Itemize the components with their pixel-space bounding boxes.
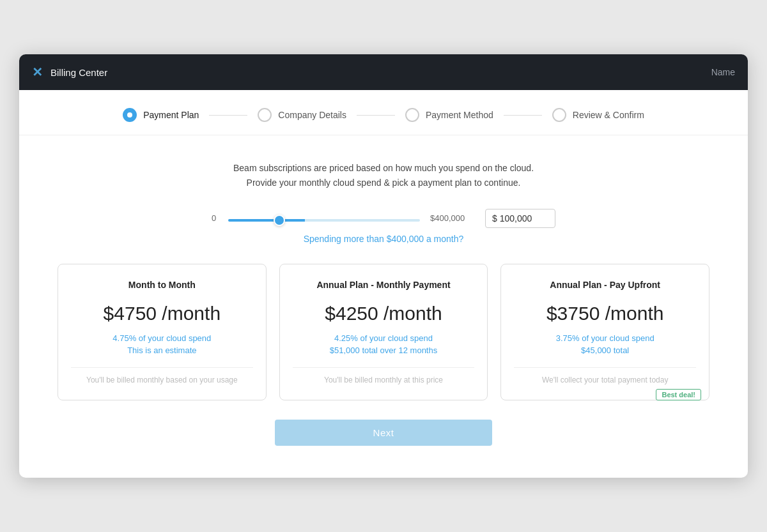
plan-card-month-to-month[interactable]: Month to Month $4750 /month 4.75% of you… [58,264,267,400]
plan-card-annual-monthly[interactable]: Annual Plan - Monthly Payment $4250 /mon… [279,264,488,400]
cloud-spend-input[interactable] [485,209,555,228]
slider-min-label: 0 [212,213,218,223]
plan-subtitle-month-to-month: 4.75% of your cloud spend This is an est… [71,332,253,357]
slider-section: 0 $400,000 [58,209,709,228]
close-icon[interactable]: ✕ [32,65,43,80]
slider-max-label: $400,000 [430,213,475,223]
step-divider-1 [209,115,247,116]
plan-title-month-to-month: Month to Month [71,280,253,290]
next-button[interactable]: Next [275,420,492,446]
plan-divider-annual-monthly [293,367,475,368]
navbar-title: Billing Center [50,67,107,78]
description: Beam subscriptions are priced based on h… [58,161,709,190]
step-label-review-confirm: Review & Confirm [573,110,644,120]
plan-subtitle-line1-month-to-month: 4.75% of your cloud spend [112,333,211,343]
main-content: Beam subscriptions are priced based on h… [19,135,748,478]
plan-note-month-to-month: You'll be billed monthly based on your u… [71,376,253,384]
step-circle-payment-method [405,108,419,122]
plan-subtitle-line2-annual-upfront: $45,000 total [581,346,629,355]
plan-note-annual-monthly: You'll be billed monthly at this price [293,376,475,384]
step-circle-company-details [258,108,272,122]
navbar-left: ✕ Billing Center [32,65,107,80]
step-company-details[interactable]: Company Details [258,108,346,122]
step-review-confirm[interactable]: Review & Confirm [552,108,644,122]
plan-subtitle-annual-upfront: 3.75% of your cloud spend $45,000 total [514,332,696,357]
best-deal-badge: Best deal! [656,389,701,400]
slider-wrapper [228,213,420,224]
plan-divider-annual-upfront [514,367,696,368]
cloud-spend-slider[interactable] [228,219,420,222]
step-label-company-details: Company Details [278,110,346,120]
plan-cards: Month to Month $4750 /month 4.75% of you… [58,264,709,400]
plan-title-annual-upfront: Annual Plan - Pay Upfront [514,280,696,290]
step-circle-review-confirm [552,108,566,122]
plan-price-annual-monthly: $4250 /month [293,303,475,324]
plan-note-annual-upfront: We'll collect your total payment today [514,376,696,384]
description-line1: Beam subscriptions are priced based on h… [58,161,709,175]
step-divider-3 [504,115,542,116]
description-line2: Provide your monthly cloud spend & pick … [58,176,709,190]
plan-subtitle-line2-annual-monthly: $51,000 total over 12 months [330,346,437,355]
plan-card-annual-upfront[interactable]: Annual Plan - Pay Upfront $3750 /month 3… [500,264,709,400]
step-payment-method[interactable]: Payment Method [405,108,493,122]
spending-more-link[interactable]: Spending more than $400,000 a month? [304,234,464,244]
navbar-user-name: Name [711,67,735,77]
spending-link-section: Spending more than $400,000 a month? [58,233,709,245]
plan-price-month-to-month: $4750 /month [71,303,253,324]
plan-subtitle-line1-annual-monthly: 4.25% of your cloud spend [334,333,433,343]
plan-price-annual-upfront: $3750 /month [514,303,696,324]
plan-subtitle-annual-monthly: 4.25% of your cloud spend $51,000 total … [293,332,475,357]
billing-center-window: ✕ Billing Center Name Payment Plan Compa… [19,54,748,478]
step-circle-payment-plan [123,108,137,122]
plan-title-annual-monthly: Annual Plan - Monthly Payment [293,280,475,290]
step-payment-plan[interactable]: Payment Plan [123,108,199,122]
navbar: ✕ Billing Center Name [19,54,748,90]
step-divider-2 [357,115,395,116]
plan-subtitle-line2-month-to-month: This is an estimate [127,346,196,355]
plan-divider-month-to-month [71,367,253,368]
next-btn-wrapper: Next [58,420,709,446]
step-label-payment-plan: Payment Plan [143,110,199,120]
stepper: Payment Plan Company Details Payment Met… [19,90,748,135]
plan-subtitle-line1-annual-upfront: 3.75% of your cloud spend [556,333,655,343]
step-label-payment-method: Payment Method [426,110,493,120]
